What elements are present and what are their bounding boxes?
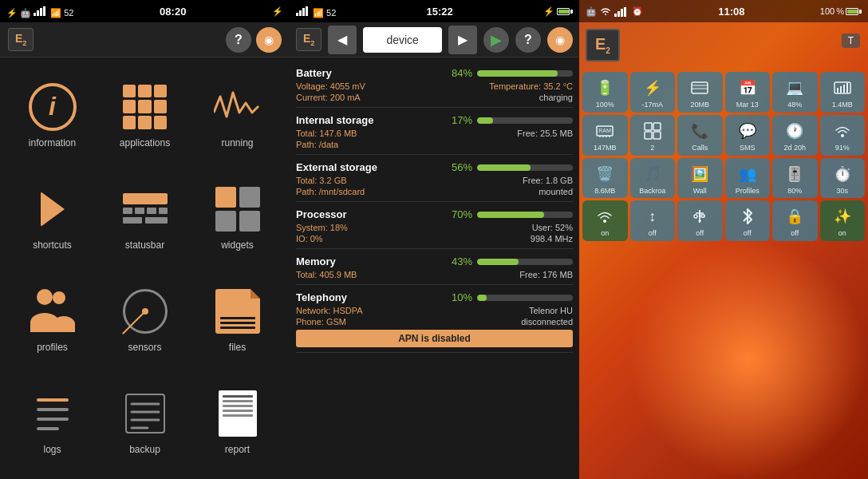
menu-item-widgets[interactable]: widgets — [193, 168, 282, 266]
menu-item-information[interactable]: i information — [8, 65, 97, 164]
running-label: running — [221, 137, 253, 148]
widget-lock-toggle[interactable]: 🔒 off — [772, 200, 818, 241]
svg-rect-1 — [37, 10, 39, 16]
storage-widget-label: 20MB — [690, 101, 709, 109]
time-left: 08:20 — [160, 6, 186, 18]
telephony-detail-1: Network: HSDPA Telenor HU — [296, 306, 573, 315]
widget-sms[interactable]: 💬 SMS — [725, 115, 771, 156]
widget-usb-toggle[interactable]: off — [677, 200, 723, 241]
svg-rect-31 — [624, 7, 626, 17]
widget-trash[interactable]: 🗑️ 8.6MB — [582, 158, 628, 199]
widget-calls[interactable]: 📞 Calls — [677, 115, 723, 156]
device-title: device — [363, 27, 442, 53]
menu-item-sensors[interactable]: sensors — [101, 271, 189, 369]
trash-widget-icon: 🗑️ — [592, 161, 617, 187]
external-storage-percent-area: 56% — [452, 161, 573, 173]
memory-header: Memory 43% — [296, 255, 573, 267]
play-button-mid[interactable]: ▶ — [483, 27, 509, 53]
apps-widget-label: 2 — [650, 144, 654, 152]
widget-storage[interactable]: 20MB — [677, 72, 723, 113]
battery-percent-area: 84% — [452, 67, 573, 79]
widgets-icon — [212, 184, 263, 235]
widget-ram[interactable]: RAM 147MB — [582, 115, 628, 156]
help-button-left[interactable]: ? — [226, 27, 251, 53]
wifi-strength-icon — [830, 118, 855, 144]
widget-network-speed[interactable]: 1.4MB — [820, 72, 866, 113]
internal-storage-title: Internal storage — [296, 114, 374, 126]
help-button-mid[interactable]: ? — [515, 27, 541, 53]
menu-item-report[interactable]: report — [193, 373, 282, 471]
signal-strength-mid: 📶 52 — [313, 8, 336, 18]
brightness-toggle-icon: ✨ — [830, 204, 855, 229]
time-right: 11:08 — [718, 6, 744, 18]
widget-cpu[interactable]: 💻 48% — [772, 72, 818, 113]
widget-timer[interactable]: ⏱️ 30s — [820, 158, 866, 199]
charging-icon: ⚡ — [272, 6, 283, 16]
widget-data-toggle[interactable]: ↕️ off — [630, 200, 676, 241]
menu-item-statusbar[interactable]: statusbar — [101, 168, 189, 266]
calendar-widget-label: Mar 13 — [736, 101, 759, 109]
volume-widget-icon: 🎚️ — [782, 161, 807, 187]
widget-apps[interactable]: 2 — [630, 115, 676, 156]
widget-wallpaper[interactable]: 🖼️ Wall — [677, 158, 723, 199]
widget-music[interactable]: 🎵 Backroa — [630, 158, 676, 199]
uptime-widget-label: 2d 20h — [783, 144, 806, 152]
section-memory: Memory 43% Total: 405.9 MB Free: 176 MB — [296, 251, 573, 285]
menu-item-running[interactable]: running — [193, 65, 282, 164]
internal-storage-percent: 17% — [452, 114, 472, 126]
settings-button-mid[interactable]: ◉ — [547, 27, 573, 53]
widget-calendar[interactable]: 📅 Mar 13 — [725, 72, 771, 113]
menu-item-applications[interactable]: applications — [101, 65, 189, 164]
battery-right-left: ⚡ — [272, 6, 283, 17]
widget-grid-wrapper: 🔋 100% ⚡ -17mA 20MB 📅 Mar 13 — [582, 72, 865, 241]
lock-toggle-icon: 🔒 — [782, 204, 807, 229]
memory-percent-area: 43% — [452, 255, 573, 267]
widget-row-4: on ↕️ off o — [582, 200, 865, 241]
widget-bt-toggle[interactable]: off — [725, 200, 771, 241]
menu-item-shortcuts[interactable]: shortcuts — [8, 168, 97, 266]
apps-widget-icon — [640, 118, 665, 144]
external-storage-detail-1: Total: 3.2 GB Free: 1.8 GB — [296, 176, 573, 185]
widget-current[interactable]: ⚡ -17mA — [630, 72, 676, 113]
widget-uptime[interactable]: 🕐 2d 20h — [772, 115, 818, 156]
statusbar-icon — [120, 184, 171, 235]
battery-percent-right: 100 — [820, 6, 834, 16]
widget-profiles[interactable]: 👥 Profiles — [725, 158, 771, 199]
menu-item-profiles[interactable]: profiles — [8, 271, 97, 369]
widget-volume[interactable]: 🎚️ 80% — [772, 158, 818, 199]
proc-io: IO: 0% — [296, 234, 323, 243]
wifi-toggle-label: on — [601, 229, 609, 238]
battery-widget-icon: 🔋 — [592, 75, 617, 101]
menu-item-logs[interactable]: logs — [8, 373, 97, 471]
external-storage-title: External storage — [296, 161, 377, 173]
telephony-detail-2: Phone: GSM disconnected — [296, 317, 573, 327]
widget-battery[interactable]: 🔋 100% — [582, 72, 628, 113]
proc-mhz: 998.4 MHz — [531, 234, 573, 243]
telephony-bar — [477, 295, 573, 301]
tel-status: disconnected — [521, 317, 573, 327]
svg-rect-4 — [123, 193, 168, 204]
back-button[interactable]: ◀ — [328, 26, 357, 54]
widget-wifi-toggle[interactable]: on — [582, 200, 628, 241]
menu-item-files[interactable]: files — [193, 271, 282, 369]
settings-button-left[interactable]: ◉ — [256, 27, 282, 53]
music-widget-label: Backroa — [639, 187, 665, 196]
svg-rect-7 — [147, 208, 156, 214]
statusbar-label: statusbar — [125, 240, 164, 251]
widget-wifi-strength[interactable]: 91% — [820, 115, 866, 156]
internal-free: Free: 25.5 MB — [517, 129, 573, 138]
processor-header: Processor 70% — [296, 208, 573, 220]
data-toggle-label: off — [649, 229, 657, 238]
menu-item-backup[interactable]: backup — [101, 373, 189, 471]
sms-widget-icon: 💬 — [735, 118, 760, 144]
memory-bar — [477, 259, 573, 265]
widget-brightness-toggle[interactable]: ✨ on — [820, 200, 866, 241]
app-bar-mid: E2 ◀ device ▶ ▶ ? ◉ — [290, 22, 579, 57]
cpu-widget-label: 48% — [787, 101, 802, 109]
proc-system: System: 18% — [296, 223, 348, 232]
forward-button[interactable]: ▶ — [448, 26, 477, 54]
applications-icon — [120, 81, 171, 133]
profiles-widget-label: Profiles — [736, 187, 760, 196]
svg-text:RAM: RAM — [598, 128, 611, 133]
ram-widget-label: 147MB — [594, 144, 617, 152]
